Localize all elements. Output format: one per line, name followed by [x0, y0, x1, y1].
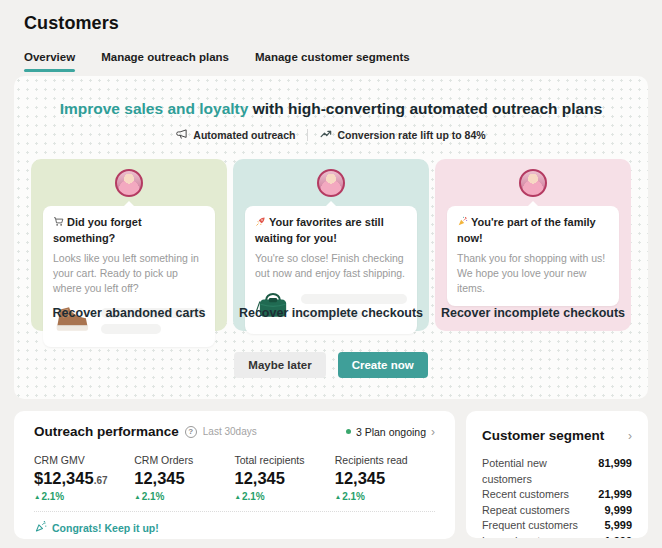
segment-list: Potential new customers 81,999 Recent cu… [482, 456, 632, 538]
metric-value: $12,345.67 [34, 469, 134, 488]
tab-manage-customer-segments[interactable]: Manage customer segments [255, 51, 410, 72]
arrow-up-icon: ▲ [34, 493, 40, 500]
metric-label: Recipients read [335, 454, 435, 466]
promo-cards: Did you forget something? Looks like you… [14, 159, 648, 331]
segment-row: Recent customers 21,999 [482, 487, 632, 503]
segment-row: Repeat customers 9,999 [482, 503, 632, 519]
trend-up-icon [320, 128, 332, 142]
recover-abandoned-carts-card: Did you forget something? Looks like you… [31, 159, 227, 331]
congrats-label: Congrats! Keep it up! [52, 522, 159, 534]
tab-bar: Overview Manage outreach plans Manage cu… [24, 51, 662, 72]
metric-delta: ▲2.1% [235, 491, 335, 502]
segment-row: Frequent customers 5,999 [482, 518, 632, 534]
bubble-body: Looks like you left something in your ca… [53, 251, 205, 297]
create-now-button[interactable]: Create now [338, 352, 428, 378]
cart-icon [53, 216, 64, 231]
party-popper-icon [457, 216, 468, 231]
tab-manage-outreach-plans[interactable]: Manage outreach plans [101, 51, 229, 72]
arrow-up-icon: ▲ [134, 493, 140, 500]
outreach-performance-panel: Outreach performance ? Last 30days 3 Pla… [14, 411, 455, 539]
segment-row: Lapsed customers 1,999 [482, 534, 632, 539]
bubble-body: You're so close! Finish checking out now… [255, 251, 407, 281]
metric-label: CRM Orders [134, 454, 234, 466]
metric-value: 12,345 [235, 469, 335, 488]
new-customer-welcome-card: You're part of the family now! Thank you… [435, 159, 631, 331]
arrow-up-icon: ▲ [235, 493, 241, 500]
metric-crm-gmv: CRM GMV $12,345.67 ▲2.1% [34, 454, 134, 502]
bottom-panels: Outreach performance ? Last 30days 3 Pla… [14, 411, 648, 539]
plan-ongoing-link[interactable]: 3 Plan ongoing › [346, 426, 435, 438]
metric-total-recipients: Total recipients 12,345 ▲2.1% [235, 454, 335, 502]
party-popper-icon [34, 520, 47, 535]
period-label: Last 30days [203, 426, 257, 437]
status-dot-icon [346, 429, 351, 434]
metric-cents: .67 [94, 475, 108, 486]
segment-label: Potential new customers [482, 456, 598, 487]
avatar [317, 169, 345, 197]
metric-crm-orders: CRM Orders 12,345 ▲2.1% [134, 454, 234, 502]
placeholder-bar [101, 324, 161, 334]
recover-incomplete-checkouts-card: Your favorites are still waiting for you… [233, 159, 429, 331]
customer-segment-panel: Customer segment › Potential new custome… [466, 411, 648, 538]
conversion-rate-badge: Conversion rate lift up to 84% [320, 128, 485, 142]
customers-page: Customers Overview Manage outreach plans… [0, 0, 662, 548]
tab-overview[interactable]: Overview [24, 51, 75, 72]
segment-value: 5,999 [604, 518, 632, 534]
message-bubble: You're part of the family now! Thank you… [447, 206, 619, 306]
card-label: Recover incomplete checkouts [435, 306, 631, 320]
chevron-right-icon: › [431, 426, 435, 438]
outreach-performance-header: Outreach performance ? Last 30days 3 Pla… [34, 424, 435, 439]
badge-divider [307, 129, 308, 141]
bubble-title-text: You're part of the family now! [457, 216, 596, 244]
metric-delta: ▲2.1% [34, 491, 134, 502]
card-label: Recover incomplete checkouts [233, 306, 429, 320]
megaphone-icon [176, 128, 188, 142]
segment-label: Repeat customers [482, 503, 570, 519]
segment-label: Lapsed customers [482, 534, 570, 539]
bubble-title-text: Your favorites are still waiting for you… [255, 216, 384, 244]
segment-value: 21,999 [598, 487, 632, 503]
automated-outreach-label: Automated outreach [193, 129, 295, 141]
bubble-title: You're part of the family now! [457, 215, 609, 246]
metric-label: CRM GMV [34, 454, 134, 466]
metric-value: 12,345 [134, 469, 234, 488]
segment-value: 1,999 [604, 534, 632, 539]
banner-title-highlight: Improve sales and loyalty [60, 100, 249, 117]
placeholder-bar [301, 294, 407, 304]
rocket-icon [255, 216, 266, 231]
segment-label: Frequent customers [482, 518, 578, 534]
congrats-message: Congrats! Keep it up! [34, 520, 435, 535]
metric-delta: ▲2.1% [335, 491, 435, 502]
banner-badges: Automated outreach Conversion rate lift … [14, 128, 648, 142]
bubble-body: Thank you for shopping with us! We hope … [457, 251, 609, 297]
plan-ongoing-label: 3 Plan ongoing [356, 426, 426, 438]
banner-title-rest: with high-converting automated outreach … [248, 100, 602, 117]
outreach-metrics: CRM GMV $12,345.67 ▲2.1% CRM Orders 12,3… [34, 454, 435, 502]
bubble-title-text: Did you forget something? [53, 216, 142, 244]
segment-value: 81,999 [598, 456, 632, 472]
question-circle-icon[interactable]: ? [185, 426, 197, 438]
maybe-later-button[interactable]: Maybe later [234, 352, 325, 378]
conversion-rate-label: Conversion rate lift up to 84% [337, 129, 485, 141]
segment-row: Potential new customers 81,999 [482, 456, 632, 487]
page-title: Customers [0, 0, 662, 34]
segment-value: 9,999 [604, 503, 632, 519]
outreach-performance-title: Outreach performance [34, 424, 179, 439]
segment-label: Recent customers [482, 487, 569, 503]
arrow-up-icon: ▲ [335, 493, 341, 500]
metric-recipients-read: Recipients read 12,345 ▲2.1% [335, 454, 435, 502]
bubble-title: Did you forget something? [53, 215, 205, 246]
customer-segment-header[interactable]: Customer segment › [482, 428, 632, 443]
promo-banner: Improve sales and loyalty with high-conv… [14, 76, 648, 399]
avatar [519, 169, 547, 197]
banner-actions: Maybe later Create now [14, 352, 648, 378]
message-bubble: Did you forget something? Looks like you… [43, 206, 215, 347]
bubble-title: Your favorites are still waiting for you… [255, 215, 407, 246]
banner-title: Improve sales and loyalty with high-conv… [14, 76, 648, 118]
dotted-divider [34, 511, 435, 512]
metric-value: 12,345 [335, 469, 435, 488]
metric-label: Total recipients [235, 454, 335, 466]
card-label: Recover abandoned carts [31, 306, 227, 320]
metric-delta: ▲2.1% [134, 491, 234, 502]
automated-outreach-badge: Automated outreach [176, 128, 295, 142]
